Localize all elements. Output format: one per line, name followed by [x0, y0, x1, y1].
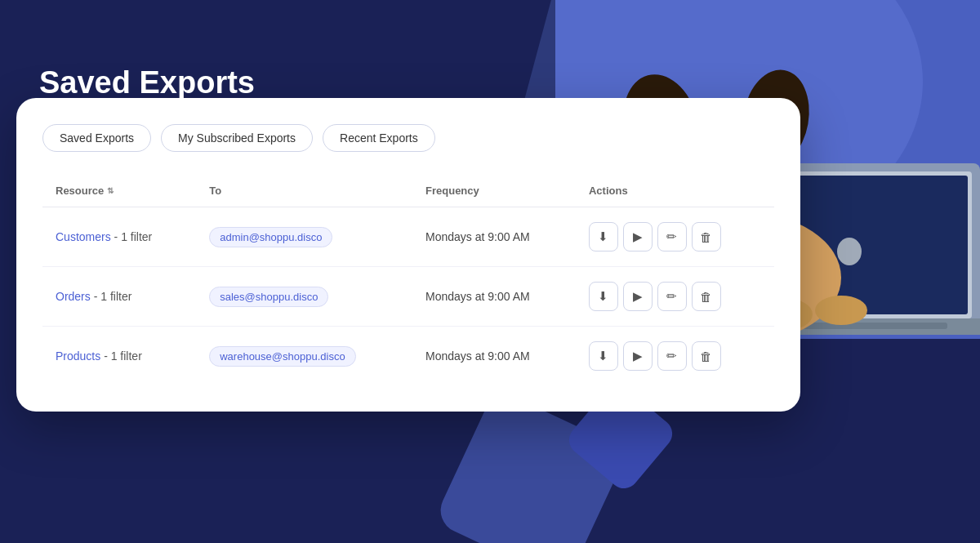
- resource-link[interactable]: Orders: [56, 290, 91, 303]
- email-badge: sales@shoppu.disco: [209, 287, 328, 307]
- exports-table: Resource ⇅ To Frequency Actions Customer…: [42, 175, 774, 385]
- main-card: Saved Exports My Subscribed Exports Rece…: [16, 98, 800, 412]
- delete-button[interactable]: 🗑: [692, 282, 721, 311]
- col-resource: Resource ⇅: [42, 175, 196, 207]
- frequency-cell: Mondays at 9:00 AM: [412, 207, 576, 267]
- header-section: Saved Exports: [39, 65, 255, 117]
- to-cell: admin@shoppu.disco: [196, 207, 412, 267]
- to-cell: warehouse@shoppu.disco: [196, 327, 412, 386]
- actions-cell: ⬇ ▶ ✏ 🗑: [576, 207, 774, 267]
- email-badge: admin@shoppu.disco: [209, 227, 332, 247]
- play-button[interactable]: ▶: [623, 341, 653, 371]
- play-button[interactable]: ▶: [623, 282, 653, 311]
- play-button[interactable]: ▶: [623, 222, 653, 251]
- resource-cell: Orders - 1 filter: [42, 267, 196, 327]
- resource-link[interactable]: Customers: [56, 230, 111, 243]
- edit-button[interactable]: ✏: [657, 341, 687, 371]
- tab-saved-exports[interactable]: Saved Exports: [42, 124, 151, 152]
- sort-icon[interactable]: ⇅: [107, 186, 114, 195]
- resource-link[interactable]: Products: [56, 349, 100, 363]
- resource-suffix: - 1 filter: [94, 290, 132, 303]
- table-row: Products - 1 filter warehouse@shoppu.dis…: [42, 327, 774, 386]
- tab-subscribed-exports[interactable]: My Subscribed Exports: [161, 124, 313, 152]
- delete-button[interactable]: 🗑: [692, 222, 721, 251]
- delete-button[interactable]: 🗑: [692, 341, 721, 371]
- table-row: Customers - 1 filter admin@shoppu.disco …: [42, 207, 774, 267]
- edit-button[interactable]: ✏: [657, 282, 687, 311]
- col-frequency: Frequency: [412, 175, 576, 207]
- col-actions: Actions: [576, 175, 774, 207]
- edit-button[interactable]: ✏: [657, 222, 687, 251]
- actions-cell: ⬇ ▶ ✏ 🗑: [576, 267, 774, 327]
- tab-recent-exports[interactable]: Recent Exports: [323, 124, 435, 152]
- frequency-text: Mondays at 9:00 AM: [425, 290, 530, 303]
- table-row: Orders - 1 filter sales@shoppu.disco Mon…: [42, 267, 774, 327]
- tabs-row: Saved Exports My Subscribed Exports Rece…: [42, 124, 774, 152]
- page-title: Saved Exports: [39, 65, 255, 100]
- download-button[interactable]: ⬇: [589, 341, 618, 371]
- svg-point-23: [815, 296, 867, 325]
- frequency-cell: Mondays at 9:00 AM: [412, 267, 576, 327]
- actions-cell: ⬇ ▶ ✏ 🗑: [576, 327, 774, 386]
- resource-suffix: - 1 filter: [114, 230, 153, 243]
- to-cell: sales@shoppu.disco: [196, 267, 412, 327]
- resource-cell: Customers - 1 filter: [42, 207, 196, 267]
- email-badge: warehouse@shoppu.disco: [209, 346, 355, 367]
- resource-cell: Products - 1 filter: [42, 327, 196, 386]
- svg-point-5: [837, 238, 862, 265]
- frequency-text: Mondays at 9:00 AM: [425, 230, 530, 243]
- frequency-cell: Mondays at 9:00 AM: [412, 327, 576, 386]
- frequency-text: Mondays at 9:00 AM: [425, 349, 530, 363]
- col-to: To: [196, 175, 412, 207]
- download-button[interactable]: ⬇: [589, 282, 618, 311]
- resource-suffix: - 1 filter: [104, 349, 142, 363]
- download-button[interactable]: ⬇: [589, 222, 618, 251]
